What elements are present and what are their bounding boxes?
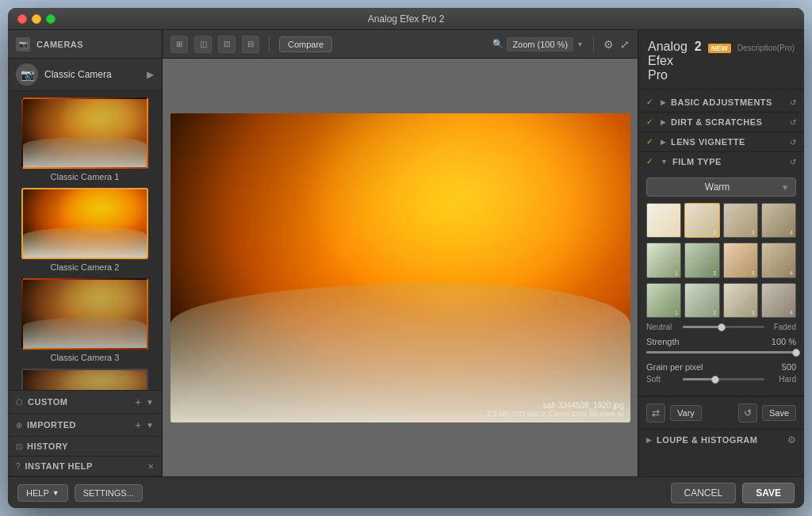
sidebar-sections: ⬡ CUSTOM + ▼ ⊕ IMPORTED + ▼ ⊡ HISTORY ? — [8, 390, 162, 476]
traffic-lights — [17, 14, 56, 24]
loupe-section: ▶ LOUPE & HISTOGRAM ⚙ — [638, 429, 804, 450]
film-thumb-7[interactable]: 3 — [723, 243, 758, 277]
save-preset-button[interactable]: Save — [762, 405, 796, 421]
imported-section[interactable]: ⊕ IMPORTED + ▼ — [8, 414, 162, 437]
film-thumb-6[interactable]: 2 — [684, 243, 719, 277]
history-section[interactable]: ⊡ HISTORY — [8, 437, 162, 457]
history-icon: ⊡ — [16, 442, 22, 451]
strength-fill — [646, 351, 796, 354]
custom-icon: ⬡ — [16, 398, 23, 407]
title-bar: Analog Efex Pro 2 — [8, 8, 804, 30]
film-type-header[interactable]: ✓ ▼ FILM TYPE ↺ — [638, 152, 804, 171]
undo-icon[interactable]: ↺ — [738, 403, 757, 422]
preset-item-1[interactable]: Classic Camera 1 — [14, 97, 155, 182]
film-type-dropdown-label: Warm — [653, 182, 781, 193]
camera-avatar: 📷 — [16, 63, 38, 86]
view-compare-left-icon[interactable]: ◫ — [194, 36, 212, 53]
grain-label: Grain per pixel — [646, 362, 703, 372]
preset-label-2: Classic Camera 2 — [51, 262, 120, 272]
imported-icon: ⊕ — [16, 421, 22, 430]
instant-help-label: INSTANT HELP — [25, 461, 143, 471]
strength-thumb[interactable] — [792, 349, 800, 357]
help-icon: ? — [16, 462, 21, 471]
film-type-section: ✓ ▼ FILM TYPE ↺ Warm ▼ — [638, 152, 804, 396]
presets-list: Classic Camera 1 Classic Camera 2 Classi… — [8, 91, 162, 390]
film-thumb-10[interactable]: 2 — [684, 283, 719, 318]
film-thumb-12[interactable]: 4 — [761, 283, 796, 318]
film-thumb-3[interactable]: 3 — [723, 203, 758, 238]
custom-add-icon[interactable]: + — [135, 396, 141, 408]
basic-adjustments-header[interactable]: ✓ ▶ BASIC ADJUSTMENTS ↺ — [638, 93, 804, 112]
strength-slider-header: Strength 100 % — [646, 337, 796, 346]
strength-slider-row: Strength 100 % — [646, 337, 796, 357]
soft-hard-thumb[interactable] — [711, 376, 719, 384]
zoom-control[interactable]: 🔍 Zoom (100 %) ▼ — [492, 37, 584, 52]
dirt-scratches-header[interactable]: ✓ ▶ DIRT & SCRATCHES ↺ — [638, 113, 804, 132]
lens-vignette-reset-icon[interactable]: ↺ — [790, 138, 796, 147]
close-button[interactable] — [17, 14, 27, 24]
cancel-button[interactable]: CANCEL — [671, 483, 737, 503]
settings-label: SETTINGS... — [83, 488, 134, 498]
lens-vignette-label: LENS VIGNETTE — [671, 137, 785, 147]
strength-slider[interactable] — [646, 348, 796, 357]
film-thumb-number-5: 1 — [675, 269, 678, 277]
lens-vignette-header[interactable]: ✓ ▶ LENS VIGNETTE ↺ — [638, 132, 804, 151]
panel-actions: ⇄ Vary ↺ Save — [638, 396, 804, 429]
loupe-header[interactable]: ▶ LOUPE & HISTOGRAM ⚙ — [646, 434, 796, 445]
basic-adjustments-reset-icon[interactable]: ↺ — [790, 98, 796, 107]
fullscreen-icon[interactable]: ⤢ — [620, 38, 630, 51]
film-thumb-9[interactable]: 1 — [646, 283, 681, 318]
film-type-reset-icon[interactable]: ↺ — [790, 158, 796, 166]
help-chevron-icon: ▼ — [52, 489, 59, 497]
minimize-button[interactable] — [32, 14, 41, 24]
camera-arrow-icon: ▶ — [147, 69, 154, 80]
custom-label: CUSTOM — [28, 397, 130, 407]
help-button[interactable]: HELP ▼ — [17, 484, 68, 502]
film-thumb-2[interactable]: 2 — [684, 203, 719, 238]
preset-item-3[interactable]: Classic Camera 3 — [14, 278, 155, 362]
maximize-button[interactable] — [46, 14, 56, 24]
preset-item-2[interactable]: Classic Camera 2 — [14, 188, 155, 272]
save-button[interactable]: SAVE — [742, 483, 795, 503]
center-area: ⊞ ◫ ⊡ ⊟ Compare 🔍 Zoom (100 %) ▼ ⚙ ⤢ — [163, 30, 638, 476]
soft-hard-slider-row: Soft Hard — [646, 375, 796, 384]
film-thumb-number-4: 4 — [790, 229, 793, 236]
panel-header: Analog Efex Pro 2 NEW Description(Pro) — [638, 30, 804, 90]
custom-section[interactable]: ⬡ CUSTOM + ▼ — [8, 391, 162, 414]
view-single-icon[interactable]: ⊞ — [170, 36, 188, 53]
custom-arrow-icon: ▼ — [146, 398, 154, 407]
dirt-scratches-reset-icon[interactable]: ↺ — [790, 118, 796, 127]
film-thumb-number-2: 2 — [713, 229, 716, 236]
preset-item-4[interactable] — [14, 369, 155, 390]
film-thumb-8[interactable]: 4 — [761, 243, 796, 277]
film-thumb-1[interactable]: 1 — [646, 203, 681, 238]
film-thumb-number-11: 3 — [751, 309, 754, 316]
settings-button[interactable]: SETTINGS... — [75, 484, 143, 502]
basic-adjustments-label: BASIC ADJUSTMENTS — [671, 97, 785, 107]
grain-slider-header: Grain per pixel 500 — [646, 362, 796, 372]
film-thumb-5[interactable]: 1 — [646, 243, 681, 277]
settings-icon[interactable]: ⚙ — [603, 38, 614, 51]
soft-hard-slider[interactable] — [683, 375, 764, 384]
loupe-settings-icon[interactable]: ⚙ — [787, 434, 796, 445]
zoom-chevron-icon: ▼ — [576, 40, 584, 48]
neutral-faded-slider[interactable] — [683, 323, 764, 332]
film-thumb-number-10: 2 — [713, 309, 716, 316]
compare-button[interactable]: Compare — [279, 36, 332, 52]
preset-label-3: Classic Camera 3 — [51, 353, 120, 362]
classic-camera-selector[interactable]: 📷 Classic Camera ▶ — [8, 59, 162, 91]
image-meta: 2.5 MP, ISO 500 0, Canon EOS 5D Mark III — [487, 410, 623, 418]
randomize-icon[interactable]: ⇄ — [646, 403, 665, 422]
film-type-arrow-icon: ▼ — [661, 158, 668, 166]
film-type-dropdown[interactable]: Warm ▼ — [646, 178, 796, 197]
film-thumb-11[interactable]: 3 — [723, 283, 758, 318]
imported-add-icon[interactable]: + — [135, 419, 141, 431]
neutral-faded-thumb[interactable] — [718, 323, 726, 331]
view-split-icon[interactable]: ⊟ — [242, 36, 259, 53]
instant-help-section[interactable]: ? INSTANT HELP ✕ — [8, 457, 162, 476]
film-thumbnails-row-3: 1 2 3 4 — [646, 283, 796, 318]
film-thumb-4[interactable]: 4 — [761, 203, 796, 238]
main-content: 📷 CAMERAS 📷 Classic Camera ▶ Classic Cam… — [8, 30, 804, 476]
vary-button[interactable]: Vary — [670, 405, 702, 421]
view-compare-right-icon[interactable]: ⊡ — [218, 36, 236, 53]
